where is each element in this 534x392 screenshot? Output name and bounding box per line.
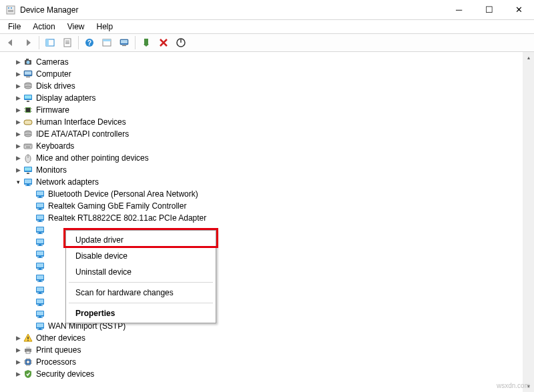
tree-label: Display adapters <box>36 93 95 103</box>
toolbar: ? <box>0 33 534 52</box>
tree-node-net-gbe[interactable]: ▶Realtek Gaming GbE Family Controller <box>25 200 534 212</box>
app-icon <box>5 5 16 15</box>
ide-icon <box>23 129 33 139</box>
content-area: ▶Cameras ▶Computer ▶Disk drives ▶Display… <box>0 52 534 392</box>
network-adapter-icon <box>35 189 45 199</box>
processor-icon <box>23 357 33 367</box>
context-separator <box>69 303 213 303</box>
firmware-icon <box>23 105 33 115</box>
tree-node-monitors[interactable]: ▶Monitors <box>13 164 534 176</box>
tree-node-network[interactable]: ▾Network adapters <box>13 176 534 188</box>
monitor-icon <box>23 165 33 175</box>
tree-label: Disk drives <box>36 81 75 91</box>
tree-node-display[interactable]: ▶Display adapters <box>13 92 534 104</box>
tree-node-disk[interactable]: ▶Disk drives <box>13 80 534 92</box>
tree-node-cameras[interactable]: ▶Cameras <box>13 56 534 68</box>
tree-node-ide[interactable]: ▶IDE ATA/ATAPI controllers <box>13 128 534 140</box>
network-adapter-icon <box>35 249 45 259</box>
network-adapter-icon <box>35 237 45 247</box>
tree-label: Print queues <box>36 345 81 355</box>
security-icon <box>23 369 33 379</box>
tree-node-processors[interactable]: ▶Processors <box>13 356 534 368</box>
scroll-up-button[interactable]: ▴ <box>523 52 534 63</box>
svg-rect-60 <box>65 41 69 41</box>
context-disable-device[interactable]: Disable device <box>67 248 214 264</box>
disable-toolbar-button[interactable] <box>173 35 189 50</box>
keyboard-icon <box>23 141 33 151</box>
back-button[interactable] <box>3 35 19 50</box>
tree-node-printq[interactable]: ▶Print queues <box>13 344 534 356</box>
tree-label: Processors <box>36 357 76 367</box>
svg-text:?: ? <box>87 39 91 47</box>
tree-label: Firmware <box>36 105 69 115</box>
tree-node-mice[interactable]: ▶Mice and other pointing devices <box>13 152 534 164</box>
network-adapter-icon <box>35 321 45 331</box>
context-uninstall-device[interactable]: Uninstall device <box>67 264 214 280</box>
printer-icon <box>23 345 33 355</box>
tree-node-computer[interactable]: ▶Computer <box>13 68 534 80</box>
tree-label: Monitors <box>36 165 67 175</box>
svg-rect-58 <box>46 39 49 46</box>
tree-label: Network adapters <box>36 177 99 187</box>
tree-node-keyboards[interactable]: ▶Keyboards <box>13 140 534 152</box>
tree-node-net-bt[interactable]: ▶Bluetooth Device (Personal Area Network… <box>25 188 534 200</box>
close-button[interactable]: ✕ <box>504 0 534 20</box>
watermark: wsxdn.com <box>497 382 530 389</box>
tree-label: Computer <box>36 69 71 79</box>
menu-action[interactable]: Action <box>27 21 60 33</box>
context-update-driver[interactable]: Update driver <box>67 232 214 248</box>
forward-button[interactable] <box>20 35 36 50</box>
context-separator <box>69 282 213 283</box>
menu-help[interactable]: Help <box>91 21 119 33</box>
uninstall-toolbar-button[interactable] <box>156 35 172 50</box>
disk-icon <box>23 81 33 91</box>
help-toolbar-button[interactable]: ? <box>81 35 97 50</box>
network-icon <box>23 177 33 187</box>
network-adapter-icon <box>35 273 45 283</box>
svg-rect-62 <box>65 43 69 44</box>
context-properties[interactable]: Properties <box>67 305 214 321</box>
mouse-icon <box>23 153 33 163</box>
update-driver-toolbar-button[interactable] <box>138 35 154 50</box>
tree-node-firmware[interactable]: ▶Firmware <box>13 104 534 116</box>
window-title: Device Manager <box>20 5 444 15</box>
scrollbar-vertical[interactable]: ▴ ▾ <box>523 52 534 392</box>
network-adapter-icon <box>35 261 45 271</box>
menu-file[interactable]: File <box>3 21 26 33</box>
tree-label: IDE ATA/ATAPI controllers <box>36 129 129 139</box>
computer-icon <box>23 69 33 79</box>
svg-rect-61 <box>65 42 69 43</box>
network-adapter-icon <box>35 201 45 211</box>
tree-label: Other devices <box>36 333 85 343</box>
tree-label: Keyboards <box>36 141 74 151</box>
scan-hardware-toolbar-button[interactable] <box>116 35 132 50</box>
maximize-button[interactable]: ☐ <box>474 0 504 20</box>
camera-icon <box>23 57 33 67</box>
display-icon <box>23 93 33 103</box>
tree-label: Realtek Gaming GbE Family Controller <box>48 201 186 211</box>
network-adapter-icon <box>35 309 45 319</box>
hid-icon <box>23 117 33 127</box>
devices-by-type-button[interactable] <box>99 35 115 50</box>
device-tree[interactable]: ▶Cameras ▶Computer ▶Disk drives ▶Display… <box>0 52 534 392</box>
show-hide-console-button[interactable] <box>42 35 58 50</box>
svg-rect-66 <box>103 39 111 41</box>
minimize-button[interactable]: ─ <box>444 0 474 20</box>
tree-label: Cameras <box>36 57 69 67</box>
menu-view[interactable]: View <box>62 21 90 33</box>
scroll-track[interactable] <box>523 63 534 381</box>
network-adapter-icon <box>35 285 45 295</box>
tree-label: Mice and other pointing devices <box>36 153 149 163</box>
tree-node-security[interactable]: ▶Security devices <box>13 368 534 380</box>
context-scan-hardware[interactable]: Scan for hardware changes <box>67 285 214 301</box>
menu-bar: File Action View Help <box>0 20 534 33</box>
properties-toolbar-button[interactable] <box>59 35 75 50</box>
network-adapter-icon <box>35 297 45 307</box>
tree-node-other[interactable]: ▶Other devices <box>13 332 534 344</box>
network-adapter-icon <box>35 213 45 223</box>
tree-label: Human Interface Devices <box>36 117 126 127</box>
tree-node-net-wifi[interactable]: ▶Realtek RTL8822CE 802.11ac PCIe Adapter <box>25 212 534 224</box>
warning-icon <box>23 333 33 343</box>
title-bar: Device Manager ─ ☐ ✕ <box>0 0 534 20</box>
tree-node-hid[interactable]: ▶Human Interface Devices <box>13 116 534 128</box>
